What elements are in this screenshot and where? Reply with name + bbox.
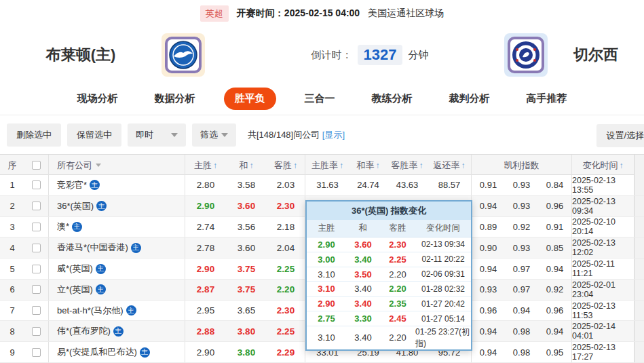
odds-draw[interactable]: 3.75 — [226, 280, 267, 300]
header-draw-rate[interactable]: 和率↑ — [349, 155, 387, 176]
odds-away[interactable]: 2.25 — [267, 259, 305, 279]
row-checkbox-cell[interactable] — [24, 175, 49, 195]
odds-away[interactable]: 2.25 — [267, 321, 305, 341]
row-checkbox[interactable] — [32, 180, 41, 189]
tab-3[interactable]: 胜平负 — [224, 88, 276, 110]
company-cell[interactable]: bet-at-h*(马尔他)主 — [49, 301, 185, 321]
venue-name: 美国运通社区球场 — [368, 7, 444, 20]
header-away-win[interactable]: 客胜↑ — [267, 155, 305, 176]
odds-draw[interactable]: 3.60 — [226, 237, 267, 258]
popup-header-away: 客胜 — [380, 220, 415, 237]
odds-draw[interactable]: 3.65 — [226, 301, 267, 321]
kelly-value-3: 0.92 — [538, 284, 571, 294]
countdown-label: 倒计时： — [311, 49, 352, 62]
tab-6[interactable]: 裁判分析 — [441, 88, 498, 110]
row-checkbox[interactable] — [32, 244, 41, 252]
odds-away[interactable]: 2.30 — [267, 196, 305, 216]
odds-home[interactable]: 2.74 — [185, 217, 226, 237]
odds-draw[interactable]: 3.75 — [226, 259, 267, 279]
odds-away[interactable]: 2.18 — [267, 217, 305, 237]
row-checkbox-cell[interactable] — [24, 237, 49, 258]
odds-home[interactable]: 2.90 — [185, 196, 226, 216]
company-cell[interactable]: 竞彩官*主 — [49, 175, 185, 195]
kelly-value-3: 0.96 — [538, 305, 571, 316]
row-checkbox-cell[interactable] — [24, 217, 49, 237]
row-checkbox-cell[interactable] — [24, 196, 49, 216]
row-checkbox[interactable] — [32, 327, 41, 336]
odds-draw[interactable]: 3.80 — [226, 342, 267, 362]
return-rate: 88.57 — [428, 175, 472, 195]
header-return-rate[interactable]: 返还率↑ — [428, 155, 472, 176]
odds-home[interactable]: 2.78 — [185, 237, 226, 258]
header-draw-label: 和 — [240, 159, 248, 172]
odds-home[interactable]: 2.90 — [185, 259, 226, 279]
teams-row: 布莱顿(主) 倒计时： 1327 分钟 — [0, 27, 644, 83]
home-odds-icon: 主 — [72, 222, 82, 232]
change-time: 2025-02-11 11:21 — [572, 259, 634, 279]
home-odds-icon: 主 — [126, 305, 136, 316]
odds-away[interactable]: 2.20 — [267, 280, 305, 300]
header-home-rate[interactable]: 主胜率↑ — [305, 155, 349, 176]
odds-away[interactable]: 2.03 — [267, 175, 305, 195]
tab-7[interactable]: 高手推荐 — [518, 88, 575, 110]
select-all-checkbox[interactable] — [32, 161, 41, 170]
header-home-win[interactable]: 主胜↑ — [185, 155, 226, 176]
popup-odds-away: 2.20 — [380, 282, 415, 296]
odds-home[interactable]: 2.88 — [185, 321, 226, 341]
row-checkbox[interactable] — [32, 348, 41, 357]
row-checkbox[interactable] — [32, 223, 41, 231]
odds-draw[interactable]: 3.58 — [226, 175, 267, 195]
keep-selected-button[interactable]: 保留选中 — [67, 123, 121, 147]
odds-home[interactable]: 2.90 — [185, 342, 226, 362]
home-odds-icon: 主 — [131, 243, 141, 253]
row-checkbox-cell[interactable] — [24, 301, 49, 321]
row-checkbox-cell[interactable] — [24, 280, 49, 300]
company-cell[interactable]: 36*(英国)主 — [49, 196, 185, 216]
row-checkbox-cell[interactable] — [24, 321, 49, 341]
popup-row: 2.903.402.3501-27 20:42 — [307, 297, 471, 311]
odds-away[interactable]: 2.04 — [267, 237, 305, 258]
popup-header-draw: 和 — [346, 220, 380, 237]
kickoff-label: 开赛时间： — [237, 7, 284, 18]
time-mode-select[interactable]: 即时 — [128, 123, 186, 147]
header-seq: 序 — [0, 155, 24, 176]
odds-draw[interactable]: 3.80 — [226, 321, 267, 341]
delete-selected-button[interactable]: 删除选中 — [7, 123, 61, 147]
away-rate: 43.63 — [387, 175, 428, 195]
popup-change-time: 02-11 20:22 — [415, 252, 471, 267]
chevron-down-icon — [221, 133, 228, 137]
settings-select-button[interactable]: 设置/选择 — [596, 124, 644, 147]
company-cell[interactable]: 澳*主 — [49, 217, 185, 237]
row-checkbox[interactable] — [32, 265, 41, 273]
odds-draw[interactable]: 3.60 — [226, 196, 267, 216]
odds-away[interactable]: 2.29 — [267, 342, 305, 362]
row-checkbox-cell[interactable] — [24, 259, 49, 279]
header-change-time[interactable]: 变化时间↑ — [572, 155, 634, 176]
home-odds-icon: 主 — [90, 180, 100, 190]
row-checkbox[interactable] — [32, 285, 41, 294]
row-checkbox[interactable] — [32, 306, 41, 315]
odds-home[interactable]: 2.87 — [185, 280, 226, 300]
odds-away[interactable]: 2.30 — [267, 301, 305, 321]
tab-5[interactable]: 教练分析 — [364, 88, 421, 110]
header-draw[interactable]: 和↑ — [226, 155, 267, 176]
filter-dropdown[interactable]: 筛选 — [192, 123, 236, 147]
company-cell[interactable]: 立*(英国)主 — [49, 280, 185, 300]
company-cell[interactable]: 伟*(直布罗陀)主 — [49, 321, 185, 341]
header-company[interactable]: 所有公司 — [49, 155, 185, 176]
tab-2[interactable]: 数据分析 — [147, 88, 204, 110]
odds-home[interactable]: 2.95 — [185, 301, 226, 321]
row-checkbox-cell[interactable] — [24, 342, 49, 362]
odds-draw[interactable]: 3.56 — [226, 217, 267, 237]
header-away-rate[interactable]: 客胜率↑ — [387, 155, 428, 176]
odds-home[interactable]: 2.80 — [185, 175, 226, 195]
company-cell[interactable]: 香港马*(中国香港)主 — [49, 237, 185, 258]
tab-4[interactable]: 三合一 — [297, 88, 343, 110]
header-select-all[interactable] — [24, 155, 49, 176]
company-cell[interactable]: 威*(英国)主 — [49, 259, 185, 279]
company-cell[interactable]: 易*(安提瓜和巴布达)主 — [49, 342, 185, 362]
show-link[interactable]: [显示] — [322, 130, 345, 140]
tab-1[interactable]: 现场分析 — [69, 88, 126, 110]
time-mode-value: 即时 — [136, 129, 153, 141]
row-checkbox[interactable] — [32, 202, 41, 210]
